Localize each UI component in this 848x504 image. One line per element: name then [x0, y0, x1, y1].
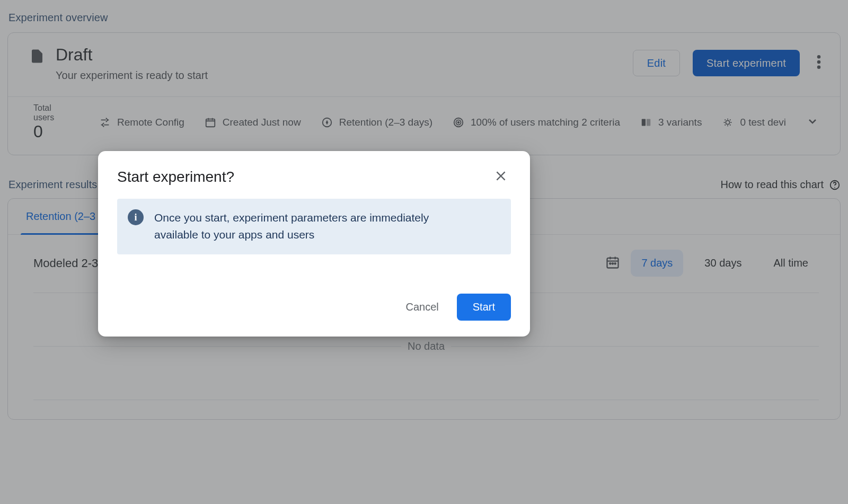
dialog-title: Start experiment? — [117, 169, 234, 185]
info-icon: i — [128, 209, 144, 225]
start-button[interactable]: Start — [457, 294, 511, 321]
close-icon[interactable] — [491, 166, 511, 188]
info-text: Once you start, experiment parameters ar… — [154, 209, 451, 243]
cancel-button[interactable]: Cancel — [394, 294, 450, 321]
info-banner: i Once you start, experiment parameters … — [117, 199, 511, 254]
modal-scrim[interactable]: Start experiment? i Once you start, expe… — [0, 0, 848, 504]
start-experiment-dialog: Start experiment? i Once you start, expe… — [98, 151, 530, 337]
